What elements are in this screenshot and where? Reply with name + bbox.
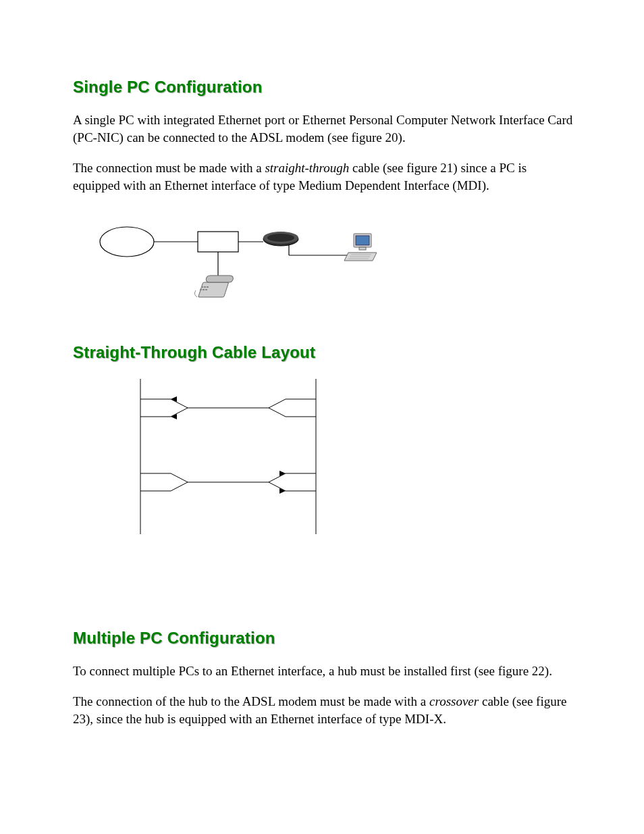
svg-rect-9: [204, 286, 206, 288]
paragraph-multi-pc-2: The connection of the hub to the ADSL mo…: [73, 693, 574, 727]
svg-rect-13: [205, 289, 207, 290]
svg-rect-10: [207, 286, 209, 288]
heading-cable-layout: Straight-Through Cable Layout: [73, 343, 574, 362]
heading-single-pc: Single PC Configuration: [73, 78, 574, 97]
telephone-icon: [194, 276, 234, 297]
text-emphasis: straight-through: [265, 161, 349, 175]
figure-straight-through-cable: [113, 379, 343, 534]
figure-single-pc-topology: [86, 221, 377, 309]
paragraph-single-pc-1: A single PC with integrated Ethernet por…: [73, 111, 574, 146]
text-fragment: The connection must be made with a: [73, 161, 265, 175]
svg-rect-8: [201, 286, 203, 288]
modem-icon: [263, 232, 298, 246]
network-cloud-icon: [100, 227, 154, 257]
computer-icon: [344, 234, 377, 261]
svg-rect-11: [200, 289, 202, 290]
text-emphasis: crossover: [429, 694, 479, 708]
svg-point-4: [267, 234, 294, 242]
heading-multiple-pc: Multiple PC Configuration: [73, 629, 574, 648]
paragraph-multi-pc-1: To connect multiple PCs to an Ethernet i…: [73, 662, 574, 680]
splitter-box-icon: [198, 232, 238, 252]
paragraph-single-pc-2: The connection must be made with a strai…: [73, 159, 574, 194]
page-content: Single PC Configuration A single PC with…: [0, 0, 644, 795]
svg-rect-17: [356, 236, 369, 245]
topology-diagram-svg: [86, 221, 377, 309]
svg-rect-12: [203, 289, 205, 290]
svg-rect-7: [206, 276, 234, 282]
cable-diagram-svg: [113, 379, 343, 534]
svg-rect-18: [359, 247, 366, 250]
text-fragment: The connection of the hub to the ADSL mo…: [73, 694, 429, 708]
